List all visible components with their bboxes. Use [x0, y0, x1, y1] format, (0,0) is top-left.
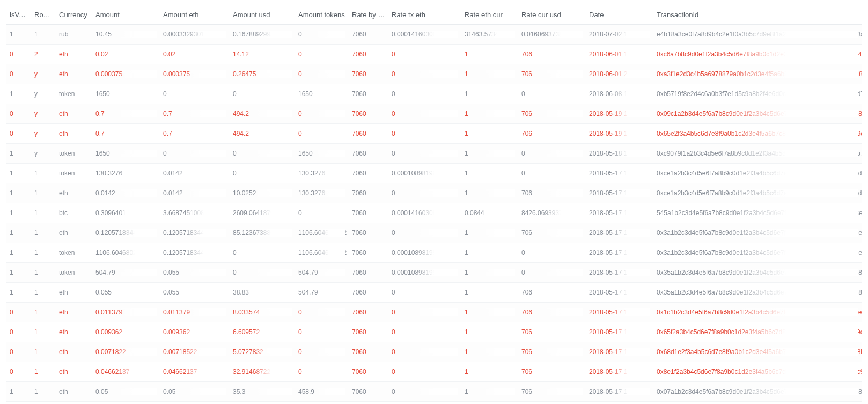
- cell-txId: 0x35a1b2c3d4e5f6a7b8c9d0e1f2a3b4c5d6e7f8…: [653, 263, 862, 283]
- cell-currency: eth: [56, 104, 92, 124]
- table-body: 11rub10.450.000332930163c80.167889299240…: [6, 25, 862, 405]
- table-row[interactable]: 1ytoken165000165070600102018-05-18 17:01…: [6, 144, 862, 164]
- cell-rateTxEth: 0: [388, 124, 461, 144]
- cell-txId: 0x07a1b2c3d4e5f6a7b8c9d0e1f2a3b4c5d6e7f8…: [653, 402, 862, 405]
- cell-rateSc: 7060: [349, 322, 388, 342]
- cell-isValid: 0: [6, 64, 31, 84]
- cell-amountUsd: 0.167889299240: [230, 25, 295, 45]
- cell-amount: 0.055: [92, 283, 160, 303]
- cell-round: 1: [31, 183, 56, 203]
- cell-rateSc: 7060: [349, 25, 388, 45]
- cell-currency: token: [56, 144, 92, 164]
- cell-rateSc: 7060: [349, 164, 388, 183]
- cell-date: 2018-05-18 17:01:07: [586, 144, 653, 164]
- cell-amountUsd: 38.83: [230, 283, 295, 303]
- table-row[interactable]: 11eth0.050.0535.3458.97060017062018-05-1…: [6, 382, 862, 402]
- cell-round: 1: [31, 322, 56, 342]
- table-row[interactable]: 11token458.90.050458.970600.000108981998…: [6, 402, 862, 405]
- cell-rateTxEth: 0: [388, 45, 461, 64]
- col-header-amountTok[interactable]: Amount tokens: [295, 5, 349, 25]
- cell-rateCurUsd: 0: [518, 144, 586, 164]
- col-header-currency[interactable]: Currency: [56, 5, 92, 25]
- cell-isValid: 1: [6, 263, 31, 283]
- cell-amountEth: 3.668745100835: [160, 203, 230, 223]
- cell-amountEth: 0: [160, 144, 230, 164]
- table-row[interactable]: 01eth0.0113790.0113798.03357407060017062…: [6, 303, 862, 322]
- cell-rateCurUsd: 706: [518, 322, 586, 342]
- cell-amount: 10.45: [92, 25, 160, 45]
- cell-currency: eth: [56, 124, 92, 144]
- col-header-rateTxEth[interactable]: Rate tx eth: [388, 5, 461, 25]
- cell-amountTok: 458.9: [295, 402, 349, 405]
- cell-amountEth: 0.1205718344: [160, 243, 230, 263]
- cell-txId: 0x68d1e2f3a4b5c6d7e8f9a0b1c2d3e4f5a6b7c8…: [653, 342, 862, 362]
- cell-txId: 0x1c1b2c3d4e5f6a7b8c9d0e1f2a3b4c5d6e7f8a…: [653, 303, 862, 322]
- table-row[interactable]: 11token504.790.0550504.7970600.000108981…: [6, 263, 862, 283]
- cell-rateCurUsd: 0: [518, 84, 586, 104]
- cell-amount: 0.0071822: [92, 342, 160, 362]
- cell-amountTok: 0: [295, 342, 349, 362]
- col-header-isValid[interactable]: isValid: [6, 5, 31, 25]
- cell-isValid: 0: [6, 362, 31, 382]
- cell-currency: btc: [56, 203, 92, 223]
- table-row[interactable]: 0yeth0.70.7494.207060017062018-05-19 18:…: [6, 124, 862, 144]
- table-row[interactable]: 01eth0.0093620.0093626.60957207060017062…: [6, 322, 862, 342]
- cell-txId: 0xa3f1e2d3c4b5a6978879a0b1c2d3e4f5a6b7c8…: [653, 64, 862, 84]
- col-header-date[interactable]: Date: [586, 5, 653, 25]
- table-row[interactable]: 11eth0.01420.014210.0252130.327670600170…: [6, 183, 862, 203]
- cell-rateTxEth: 0: [388, 342, 461, 362]
- cell-txId: 0xce1a2b3c4d5e6f7a8b9c0d1e2f3a4b5c6d7e8f…: [653, 164, 862, 183]
- table-row[interactable]: 11rub10.450.000332930163c80.167889299240…: [6, 25, 862, 45]
- table-row[interactable]: 01eth0.00718220.007185225.07278320706001…: [6, 342, 862, 362]
- cell-amountEth: 0.05: [160, 382, 230, 402]
- cell-amountTok: 0: [295, 104, 349, 124]
- table-row[interactable]: 11btc0.30964013.6687451008352609.0641879…: [6, 203, 862, 223]
- col-header-txId[interactable]: TransactionId: [653, 5, 862, 25]
- cell-isValid: 0: [6, 342, 31, 362]
- table-row[interactable]: 11eth0.0550.05538.83504.797060017062018-…: [6, 283, 862, 303]
- table-row[interactable]: 1ytoken165000165070600102018-06-08 13:47…: [6, 84, 862, 104]
- table-row[interactable]: 11token1106.6046802320.120571834401106.6…: [6, 243, 862, 263]
- col-header-round[interactable]: Round: [31, 5, 56, 25]
- col-header-amountUsd[interactable]: Amount usd: [230, 5, 295, 25]
- cell-round: 1: [31, 402, 56, 405]
- cell-rateCurUsd: 8426.0693937109: [518, 203, 586, 223]
- col-header-rateCurUsd[interactable]: Rate cur usd: [518, 5, 586, 25]
- cell-txId: 0x35a1b2c3d4e5f6a7b8c9d0e1f2a3b4c5d6e7f8…: [653, 283, 862, 303]
- table-row[interactable]: 0yeth0.0003750.0003750.26475070600170620…: [6, 64, 862, 84]
- cell-rateEthCur: 1: [461, 64, 518, 84]
- cell-round: 1: [31, 25, 56, 45]
- cell-currency: eth: [56, 223, 92, 243]
- cell-amountUsd: 14.12: [230, 45, 295, 64]
- cell-date: 2018-05-17 13:49:15: [586, 164, 653, 183]
- cell-rateCurUsd: 706: [518, 342, 586, 362]
- cell-rateTxEth: 0: [388, 382, 461, 402]
- cell-date: 2018-05-17 13:07:38: [586, 243, 653, 263]
- table-row[interactable]: 01eth0.046621370.0466213732.914687220706…: [6, 362, 862, 382]
- cell-rateEthCur: 1: [461, 342, 518, 362]
- table-row[interactable]: 11token130.32760.01420130.327670600.0001…: [6, 164, 862, 183]
- col-header-rateEthCur[interactable]: Rate eth cur: [461, 5, 518, 25]
- cell-rateSc: 7060: [349, 303, 388, 322]
- cell-currency: eth: [56, 322, 92, 342]
- cell-rateSc: 7060: [349, 342, 388, 362]
- table-row[interactable]: 02eth0.020.0214.1207060017062018-06-01 1…: [6, 45, 862, 64]
- cell-rateTxEth: 0: [388, 223, 461, 243]
- col-header-amount[interactable]: Amount: [92, 5, 160, 25]
- cell-date: 2018-05-19 18:01:16: [586, 124, 653, 144]
- cell-amountTok: 458.9: [295, 382, 349, 402]
- cell-amountTok: 504.79: [295, 283, 349, 303]
- cell-amountEth: 0.7: [160, 104, 230, 124]
- cell-txId: 0x65e2f3a4b5c6d7e8f9a0b1c2d3e4f5a6b7c8d9…: [653, 124, 862, 144]
- cell-isValid: 1: [6, 223, 31, 243]
- table-row[interactable]: 11eth0.12057183440.120571834485.12367388…: [6, 223, 862, 243]
- col-header-amountEth[interactable]: Amount eth: [160, 5, 230, 25]
- cell-rateTxEth: 0.00010898199860776: [388, 164, 461, 183]
- cell-round: 2: [31, 45, 56, 64]
- col-header-rateSc[interactable]: Rate by SC: [349, 5, 388, 25]
- cell-currency: eth: [56, 183, 92, 203]
- cell-txId: 0x09c1a2b3d4e5f6a7b8c9d0e1f2a3b4c5d6e7f8…: [653, 104, 862, 124]
- cell-amount: 0.7: [92, 104, 160, 124]
- table-row[interactable]: 0yeth0.70.7494.207060017062018-05-19 18:…: [6, 104, 862, 124]
- cell-currency: token: [56, 402, 92, 405]
